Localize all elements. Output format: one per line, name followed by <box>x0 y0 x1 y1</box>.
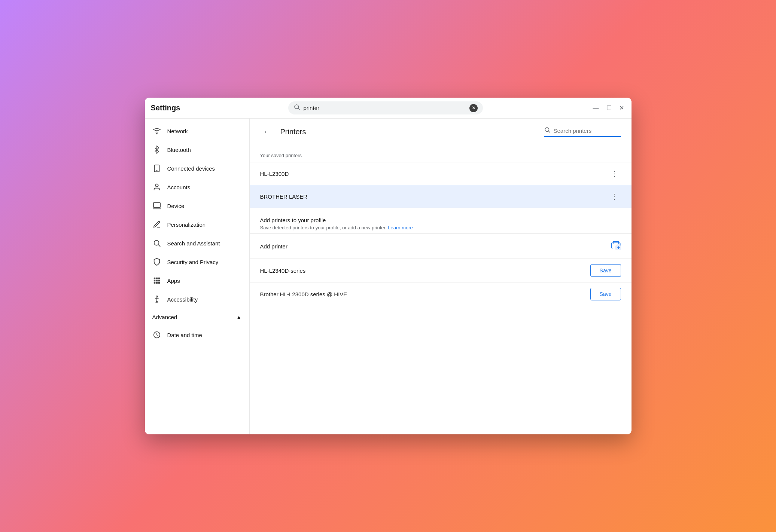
window-controls: — ☐ ✕ <box>591 104 626 113</box>
sidebar-item-connected-devices-label: Connected devices <box>167 165 215 172</box>
clear-search-button[interactable]: ✕ <box>469 104 478 112</box>
printer-name-hl-l2300d: HL-L2300D <box>260 171 289 177</box>
save-button-hl-l2340d[interactable]: Save <box>590 264 621 277</box>
printers-header: ← Printers <box>250 119 632 145</box>
sidebar-item-network-label: Network <box>167 128 188 134</box>
printers-title: Printers <box>280 128 538 136</box>
printer-name-brother-laser: BROTHER LASER <box>260 193 308 200</box>
sidebar-item-accessibility[interactable]: Accessibility <box>145 290 249 309</box>
accessibility-icon <box>152 295 161 303</box>
sidebar: Network Bluetooth Connected devices <box>145 119 250 434</box>
svg-rect-15 <box>158 280 160 282</box>
svg-point-0 <box>295 105 299 109</box>
settings-window: Settings ✕ — ☐ ✕ <box>145 98 632 434</box>
svg-point-8 <box>154 241 159 245</box>
printers-search-input[interactable] <box>554 128 621 134</box>
sidebar-item-personalization-label: Personalization <box>167 221 206 228</box>
svg-rect-12 <box>158 278 160 279</box>
sidebar-item-device[interactable]: Device <box>145 196 249 215</box>
sidebar-item-date-time-label: Date and time <box>167 332 202 338</box>
saved-printers-label: Your saved printers <box>250 145 632 162</box>
sidebar-item-accessibility-label: Accessibility <box>167 296 198 303</box>
wifi-icon <box>152 127 161 135</box>
printers-search-bar[interactable] <box>544 126 621 137</box>
svg-line-22 <box>548 131 550 132</box>
printers-search-icon <box>544 126 551 135</box>
add-printer-label: Add printer <box>260 243 287 250</box>
printer-more-button-brother-laser[interactable]: ⋮ <box>608 191 621 202</box>
pen-icon <box>152 220 161 229</box>
search-icon <box>293 104 300 112</box>
svg-rect-16 <box>153 282 155 284</box>
detected-printer-row-hl-l2340d: HL-L2340D-series Save <box>250 259 632 282</box>
svg-point-21 <box>545 128 549 132</box>
sidebar-item-search-assistant[interactable]: Search and Assistant <box>145 234 249 253</box>
advanced-label: Advanced <box>152 314 177 320</box>
sidebar-item-security-privacy-label: Security and Privacy <box>167 259 219 265</box>
advanced-section[interactable]: Advanced ▲ <box>145 309 249 325</box>
sidebar-item-security-privacy[interactable]: Security and Privacy <box>145 253 249 271</box>
detected-printer-name-brother-hive: Brother HL-L2300D series @ HIVE <box>260 291 347 297</box>
svg-rect-17 <box>156 282 158 284</box>
minimize-button[interactable]: — <box>591 104 600 113</box>
sidebar-item-apps[interactable]: Apps <box>145 271 249 290</box>
add-printers-desc-text: Save detected printers to your profile, … <box>260 225 388 230</box>
phone-icon <box>152 164 161 172</box>
sidebar-item-device-label: Device <box>167 203 185 209</box>
svg-rect-11 <box>156 278 158 279</box>
laptop-icon <box>152 202 161 210</box>
apps-icon <box>152 276 161 285</box>
sidebar-item-date-time[interactable]: Date and time <box>145 325 249 344</box>
main-content: ← Printers Your saved printers <box>250 119 632 434</box>
sidebar-item-bluetooth[interactable]: Bluetooth <box>145 140 249 159</box>
search-input[interactable] <box>303 105 466 111</box>
close-button[interactable]: ✕ <box>618 104 626 113</box>
sidebar-item-network[interactable]: Network <box>145 122 249 140</box>
printer-row-brother-laser: BROTHER LASER ⋮ <box>250 185 632 208</box>
add-printers-desc: Save detected printers to your profile, … <box>260 225 621 230</box>
svg-rect-10 <box>153 278 155 279</box>
shield-icon <box>152 258 161 266</box>
detected-printer-row-brother-hive: Brother HL-L2300D series @ HIVE Save <box>250 282 632 306</box>
sidebar-item-connected-devices[interactable]: Connected devices <box>145 159 249 178</box>
detected-printer-name-hl-l2340d: HL-L2340D-series <box>260 267 306 274</box>
sidebar-item-bluetooth-label: Bluetooth <box>167 147 191 153</box>
printers-panel: ← Printers Your saved printers <box>250 119 632 306</box>
advanced-chevron-icon: ▲ <box>236 314 242 320</box>
maximize-button[interactable]: ☐ <box>605 104 613 113</box>
search-icon-sidebar <box>152 239 161 247</box>
add-printers-section: Add printers to your profile Save detect… <box>250 208 632 233</box>
printer-row-hl-l2300d: HL-L2300D ⋮ <box>250 162 632 185</box>
window-body: Network Bluetooth Connected devices <box>145 119 632 434</box>
svg-rect-14 <box>156 280 158 282</box>
app-title: Settings <box>151 104 180 112</box>
printer-more-button-hl-l2300d[interactable]: ⋮ <box>608 168 621 179</box>
clock-icon <box>152 331 161 339</box>
titlebar-search-bar[interactable]: ✕ <box>288 101 483 114</box>
svg-point-5 <box>155 184 158 187</box>
svg-text:+: + <box>617 244 620 250</box>
svg-line-1 <box>298 108 300 110</box>
sidebar-item-personalization[interactable]: Personalization <box>145 215 249 234</box>
add-printer-icon[interactable]: + <box>611 240 621 253</box>
svg-line-9 <box>158 245 160 247</box>
bluetooth-icon <box>152 146 161 154</box>
svg-point-2 <box>156 133 157 134</box>
person-icon <box>152 183 161 191</box>
svg-point-19 <box>156 296 158 297</box>
learn-more-link[interactable]: Learn more <box>388 225 413 230</box>
svg-rect-6 <box>153 203 160 208</box>
save-button-brother-hive[interactable]: Save <box>590 288 621 300</box>
sidebar-item-accounts[interactable]: Accounts <box>145 178 249 196</box>
svg-rect-13 <box>153 280 155 282</box>
svg-rect-18 <box>158 282 160 284</box>
add-printer-row[interactable]: Add printer + <box>250 233 632 259</box>
sidebar-item-accounts-label: Accounts <box>167 184 191 190</box>
add-printers-title: Add printers to your profile <box>260 217 621 223</box>
sidebar-item-search-assistant-label: Search and Assistant <box>167 240 220 247</box>
back-button[interactable]: ← <box>260 125 274 138</box>
titlebar: Settings ✕ — ☐ ✕ <box>145 98 632 119</box>
sidebar-item-apps-label: Apps <box>167 278 180 284</box>
